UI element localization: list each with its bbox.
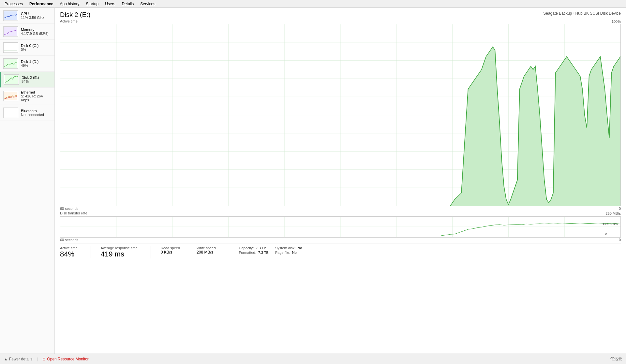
sidebar-item-disk1[interactable]: Disk 1 (D:) 49%	[0, 56, 54, 72]
disk1-label: Disk 1 (D:)	[21, 60, 51, 64]
content-header: Disk 2 (E:) Seagate Backup+ Hub BK SCSI …	[60, 11, 621, 19]
ethernet-label: Ethernet	[21, 90, 51, 94]
disk-info-grid: Capacity: 7.3 TB System disk: No Formatt…	[239, 246, 305, 255]
capacity-value: 7.3 TB	[256, 246, 266, 250]
bluetooth-label: Bluetooth	[21, 109, 51, 113]
open-resource-monitor-button[interactable]: ⊙ Open Resource Monitor	[42, 357, 88, 361]
device-name: Seagate Backup+ Hub BK SCSI Disk Device	[543, 11, 621, 16]
charts-area: Active time 100%	[60, 19, 621, 354]
tab-services[interactable]: Services	[137, 0, 158, 7]
write-speed-value: 208 MB/s	[197, 250, 216, 255]
active-time-label: Active time	[60, 19, 78, 23]
avg-response-label: Average response time	[101, 246, 138, 250]
ethernet-value: S: 416 R: 264 Kbps	[21, 94, 51, 102]
read-speed-label: Read speed	[161, 246, 180, 250]
disk0-value: 0%	[21, 48, 51, 51]
disk0-icon	[3, 42, 18, 53]
content-area: Disk 2 (E:) Seagate Backup+ Hub BK SCSI …	[55, 8, 626, 354]
page-file-label: Page file:	[275, 251, 290, 255]
disk-info-stat: Capacity: 7.3 TB System disk: No Formatt…	[229, 246, 305, 258]
svg-rect-7	[4, 109, 17, 117]
tab-processes[interactable]: Processes	[1, 0, 26, 7]
system-disk-label: System disk:	[275, 246, 295, 250]
write-speed-stat: Write speed 208 MB/s	[190, 246, 216, 255]
sidebar-item-bluetooth[interactable]: Bluetooth Not connected	[0, 105, 54, 121]
sidebar-item-disk2[interactable]: Disk 2 (E:) 84%	[0, 72, 54, 88]
time-60s: 60 seconds	[60, 207, 78, 211]
disk2-value: 84%	[22, 80, 51, 83]
sidebar-item-cpu[interactable]: CPU 11% 3.56 GHz	[0, 8, 54, 24]
sidebar: CPU 11% 3.56 GHz Memory 4.1/7.9 GB (52%)	[0, 8, 55, 354]
active-time-pct: 100%	[612, 20, 621, 23]
system-disk-row: System disk: No	[275, 246, 305, 250]
tab-details[interactable]: Details	[118, 0, 137, 7]
tab-users[interactable]: Users	[102, 0, 118, 7]
read-speed-stat: Read speed 0 KB/s	[161, 246, 180, 255]
disk2-label: Disk 2 (E:)	[22, 76, 51, 80]
sidebar-item-memory[interactable]: Memory 4.1/7.9 GB (52%)	[0, 24, 54, 40]
formatted-label: Formatted:	[239, 251, 256, 255]
active-time-stat-value: 84%	[60, 250, 78, 258]
avg-response-stat: Average response time 419 ms	[91, 246, 138, 258]
sidebar-item-disk0[interactable]: Disk 0 (C:) 0%	[0, 40, 54, 56]
chevron-up-icon: ▲	[4, 357, 8, 361]
svg-rect-0	[4, 11, 17, 20]
write-speed-label: Write speed	[197, 246, 216, 250]
transfer-rate-label: Disk transfer rate	[60, 211, 87, 215]
disk1-value: 49%	[21, 64, 51, 67]
resource-monitor-icon: ⊙	[42, 357, 46, 361]
capacity-row: Capacity: 7.3 TB	[239, 246, 269, 250]
page-title: Disk 2 (E:)	[60, 11, 90, 19]
tab-apphistory[interactable]: App history	[56, 0, 82, 7]
active-time-chart	[60, 24, 621, 206]
cpu-value: 11% 3.56 GHz	[21, 16, 51, 20]
svg-text:0: 0	[605, 233, 607, 236]
disk0-label: Disk 0 (C:)	[21, 44, 51, 48]
memory-label: Memory	[21, 28, 51, 32]
memory-value: 4.1/7.9 GB (52%)	[21, 32, 51, 36]
chart-time-labels: 60 seconds 0	[60, 207, 621, 211]
bottom-bar: ▲ Fewer details | ⊙ Open Resource Monito…	[0, 354, 626, 364]
top-nav: Processes Performance App history Startu…	[0, 0, 626, 8]
open-resource-label: Open Resource Monitor	[47, 357, 88, 361]
formatted-value: 7.3 TB	[258, 251, 269, 255]
main-container: CPU 11% 3.56 GHz Memory 4.1/7.9 GB (52%)	[0, 8, 626, 354]
time-0-active: 0	[619, 207, 621, 211]
avg-response-value: 419 ms	[101, 250, 138, 258]
bluetooth-icon	[3, 108, 18, 118]
sidebar-item-ethernet[interactable]: Ethernet S: 416 R: 264 Kbps	[0, 88, 54, 105]
tab-startup[interactable]: Startup	[82, 0, 102, 7]
cpu-icon	[3, 10, 18, 21]
system-disk-value: No	[297, 246, 302, 250]
cpu-label: CPU	[21, 12, 51, 16]
active-time-stat-label: Active time	[60, 246, 78, 250]
formatted-row: Formatted: 7.3 TB	[239, 251, 269, 255]
transfer-rate-max: 250 MB/s	[606, 211, 621, 215]
stats-area: Active time 84% Average response time 41…	[60, 243, 621, 261]
disk2-icon	[4, 74, 19, 85]
transfer-0: 0	[619, 238, 621, 242]
fewer-details-label: Fewer details	[9, 357, 32, 361]
page-file-row: Page file: No	[275, 251, 305, 255]
transfer-chart: 125 MB/s 0	[60, 216, 621, 238]
read-speed-value: 0 KB/s	[161, 250, 180, 255]
svg-rect-6	[4, 92, 17, 100]
transfer-60s: 60 seconds	[60, 238, 78, 242]
svg-text:125 MB/s: 125 MB/s	[603, 223, 618, 226]
page-file-value: No	[292, 251, 297, 255]
bluetooth-value: Not connected	[21, 113, 51, 117]
bottom-left: ▲ Fewer details | ⊙ Open Resource Monito…	[4, 357, 89, 361]
capacity-label: Capacity:	[239, 246, 254, 250]
disk1-icon	[3, 58, 18, 69]
watermark-text: 亿远云	[610, 356, 622, 362]
svg-rect-4	[4, 59, 17, 68]
memory-icon	[3, 26, 18, 37]
svg-rect-2	[4, 43, 17, 52]
read-write-stat: Read speed 0 KB/s Write speed 208 MB/s	[151, 246, 216, 258]
fewer-details-button[interactable]: ▲ Fewer details	[4, 357, 32, 361]
bottom-right: 亿远云	[610, 356, 622, 362]
active-time-stat: Active time 84%	[60, 246, 78, 258]
tab-performance[interactable]: Performance	[26, 0, 56, 7]
ethernet-icon	[3, 91, 18, 101]
transfer-time-labels: 60 seconds 0	[60, 238, 621, 242]
